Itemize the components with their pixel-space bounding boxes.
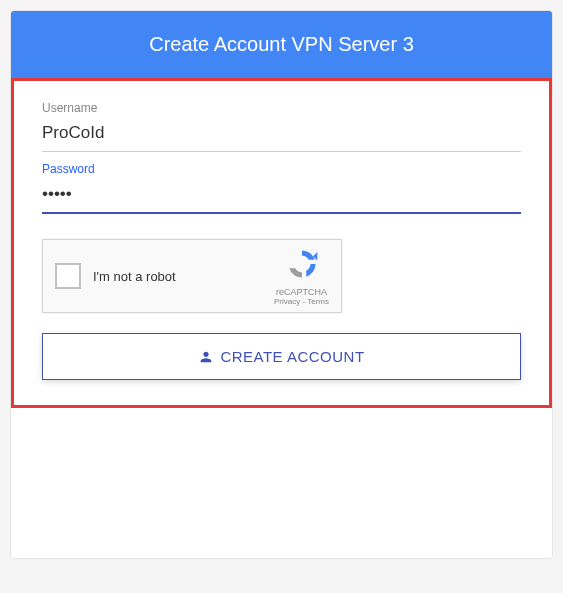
username-label: Username: [42, 101, 521, 115]
recaptcha-icon: [285, 247, 319, 281]
password-field: Password: [42, 162, 521, 214]
card-body: Username Password I'm not a robot: [11, 78, 552, 558]
password-input[interactable]: [42, 180, 521, 214]
recaptcha-branding: reCAPTCHA Privacy - Terms: [274, 247, 329, 306]
form-area: Username Password I'm not a robot: [11, 78, 552, 408]
user-icon: [198, 349, 214, 365]
recaptcha-text: I'm not a robot: [93, 269, 274, 284]
create-account-button[interactable]: CREATE ACCOUNT: [42, 333, 521, 380]
recaptcha-checkbox[interactable]: [55, 263, 81, 289]
account-card: Create Account VPN Server 3 Username Pas…: [10, 10, 553, 559]
recaptcha-widget: I'm not a robot reCAPTCHA Privacy - Term…: [42, 239, 342, 313]
username-field: Username: [42, 101, 521, 152]
card-header: Create Account VPN Server 3: [11, 11, 552, 78]
header-title: Create Account VPN Server 3: [149, 33, 414, 55]
recaptcha-links[interactable]: Privacy - Terms: [274, 297, 329, 306]
create-account-label: CREATE ACCOUNT: [220, 348, 364, 365]
password-label: Password: [42, 162, 521, 176]
recaptcha-brand: reCAPTCHA: [274, 287, 329, 297]
username-input[interactable]: [42, 119, 521, 152]
